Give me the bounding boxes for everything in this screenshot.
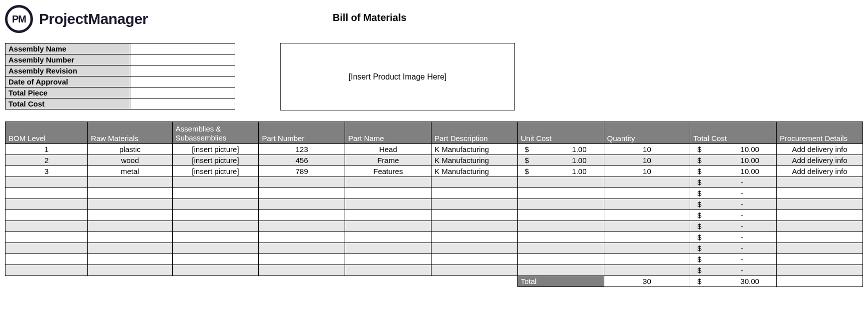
cell-partnum[interactable]: 123 [259, 144, 345, 155]
cell-unit[interactable] [517, 210, 604, 221]
cell-desc[interactable] [431, 232, 517, 243]
cell-proc[interactable] [777, 199, 863, 210]
cell-level[interactable]: 2 [5, 155, 88, 166]
cell-qty[interactable]: 10 [604, 155, 690, 166]
cell-partnum[interactable] [259, 199, 345, 210]
cell-desc[interactable]: K Manufacturing [431, 166, 517, 177]
cell-raw[interactable] [88, 177, 172, 188]
cell-partname[interactable]: Frame [345, 155, 432, 166]
cell-partnum[interactable] [259, 188, 345, 199]
cell-partnum[interactable] [259, 177, 345, 188]
cell-asm[interactable] [172, 265, 259, 276]
cell-unit[interactable]: $1.00 [517, 155, 604, 166]
cell-qty[interactable]: 10 [604, 166, 690, 177]
cell-asm[interactable] [172, 232, 259, 243]
cell-level[interactable] [5, 188, 88, 199]
cell-asm[interactable]: [insert picture] [172, 144, 259, 155]
cell-raw[interactable] [88, 221, 172, 232]
cell-qty[interactable] [604, 177, 690, 188]
cell-desc[interactable]: K Manufacturing [431, 155, 517, 166]
cell-unit[interactable] [517, 265, 604, 276]
cell-desc[interactable] [431, 177, 517, 188]
cell-proc[interactable] [777, 177, 863, 188]
cell-total[interactable]: $- [690, 188, 777, 199]
cell-raw[interactable]: plastic [88, 144, 172, 155]
cell-asm[interactable] [172, 199, 259, 210]
cell-partname[interactable] [345, 221, 432, 232]
cell-asm[interactable] [172, 188, 259, 199]
cell-level[interactable] [5, 221, 88, 232]
meta-value-total-cost[interactable] [130, 98, 235, 110]
cell-proc[interactable] [777, 210, 863, 221]
cell-partname[interactable]: Head [345, 144, 432, 155]
cell-qty[interactable] [604, 210, 690, 221]
cell-partname[interactable] [345, 232, 432, 243]
cell-level[interactable] [5, 199, 88, 210]
cell-level[interactable] [5, 177, 88, 188]
cell-total[interactable]: $- [690, 254, 777, 265]
cell-total[interactable]: $- [690, 243, 777, 254]
cell-desc[interactable] [431, 265, 517, 276]
cell-proc[interactable] [777, 243, 863, 254]
cell-partname[interactable]: Features [345, 166, 432, 177]
cell-asm[interactable] [172, 243, 259, 254]
cell-proc[interactable] [777, 221, 863, 232]
cell-partnum[interactable] [259, 265, 345, 276]
cell-raw[interactable]: wood [88, 155, 172, 166]
cell-proc[interactable] [777, 232, 863, 243]
cell-total[interactable]: $- [690, 265, 777, 276]
cell-qty[interactable] [604, 188, 690, 199]
cell-partname[interactable] [345, 177, 432, 188]
cell-qty[interactable] [604, 243, 690, 254]
cell-total[interactable]: $10.00 [690, 155, 777, 166]
cell-level[interactable] [5, 243, 88, 254]
cell-unit[interactable] [517, 221, 604, 232]
cell-level[interactable] [5, 210, 88, 221]
meta-value-assembly-name[interactable] [130, 44, 235, 54]
cell-qty[interactable] [604, 232, 690, 243]
cell-proc[interactable] [777, 265, 863, 276]
cell-total[interactable]: $- [690, 199, 777, 210]
cell-level[interactable]: 1 [5, 144, 88, 155]
cell-qty[interactable]: 10 [604, 144, 690, 155]
cell-unit[interactable] [517, 188, 604, 199]
cell-proc[interactable]: Add delivery info [777, 166, 863, 177]
cell-qty[interactable] [604, 221, 690, 232]
cell-proc[interactable] [777, 188, 863, 199]
cell-raw[interactable] [88, 232, 172, 243]
cell-partname[interactable] [345, 243, 432, 254]
cell-level[interactable]: 3 [5, 166, 88, 177]
cell-partnum[interactable] [259, 243, 345, 254]
cell-partnum[interactable] [259, 232, 345, 243]
cell-partnum[interactable] [259, 254, 345, 265]
cell-raw[interactable] [88, 210, 172, 221]
cell-qty[interactable] [604, 265, 690, 276]
cell-asm[interactable] [172, 210, 259, 221]
cell-unit[interactable] [517, 232, 604, 243]
cell-asm[interactable] [172, 177, 259, 188]
cell-raw[interactable] [88, 254, 172, 265]
cell-asm[interactable]: [insert picture] [172, 155, 259, 166]
cell-total[interactable]: $10.00 [690, 166, 777, 177]
cell-desc[interactable] [431, 254, 517, 265]
cell-unit[interactable] [517, 243, 604, 254]
cell-level[interactable] [5, 254, 88, 265]
cell-total[interactable]: $- [690, 177, 777, 188]
cell-unit[interactable] [517, 254, 604, 265]
cell-partname[interactable] [345, 188, 432, 199]
cell-total[interactable]: $- [690, 232, 777, 243]
cell-unit[interactable]: $1.00 [517, 166, 604, 177]
cell-level[interactable] [5, 265, 88, 276]
cell-partnum[interactable]: 789 [259, 166, 345, 177]
cell-partname[interactable] [345, 254, 432, 265]
meta-value-total-piece[interactable] [130, 88, 235, 98]
cell-proc[interactable]: Add delivery info [777, 144, 863, 155]
cell-total[interactable]: $- [690, 221, 777, 232]
cell-desc[interactable] [431, 210, 517, 221]
cell-proc[interactable]: Add delivery info [777, 155, 863, 166]
cell-desc[interactable] [431, 188, 517, 199]
cell-asm[interactable]: [insert picture] [172, 166, 259, 177]
cell-raw[interactable] [88, 243, 172, 254]
cell-partnum[interactable] [259, 221, 345, 232]
cell-asm[interactable] [172, 254, 259, 265]
